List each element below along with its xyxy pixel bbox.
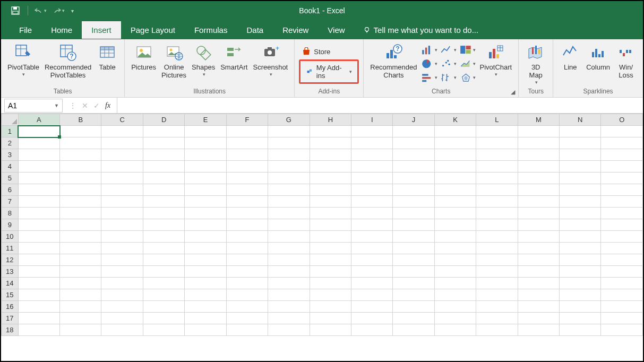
cell[interactable] [226,196,268,208]
cell[interactable] [476,137,518,149]
cell[interactable] [185,313,226,324]
cell[interactable] [268,324,310,336]
cell[interactable] [601,324,643,336]
cell[interactable] [434,301,476,313]
3d-map-button[interactable]: 3D Map ▾ [523,41,548,85]
sparkline-line-button[interactable]: Line [557,41,583,72]
cell[interactable] [560,184,601,196]
column-header[interactable]: O [601,114,643,126]
cell[interactable] [268,289,310,301]
name-box[interactable]: A1 ▼ [4,99,63,113]
cell[interactable] [310,266,351,278]
cell[interactable] [601,196,643,208]
cell[interactable] [518,126,559,137]
cell[interactable] [226,208,268,219]
tab-page-layout[interactable]: Page Layout [121,21,185,39]
redo-button[interactable]: ▾ [50,3,66,18]
cell[interactable] [393,137,434,149]
cell[interactable] [226,278,268,289]
cell[interactable] [268,231,310,243]
cell[interactable] [18,313,59,324]
treemap-chart-button[interactable]: ▾ [460,45,476,55]
cancel-formula-button[interactable]: ✕ [82,101,88,110]
cell[interactable] [518,313,559,324]
row-header[interactable]: 4 [2,161,19,173]
recommended-charts-button[interactable]: ? Recommended Charts [368,41,419,80]
cell[interactable] [268,126,310,137]
cell[interactable] [601,219,643,231]
cell[interactable] [101,184,143,196]
cell[interactable] [226,301,268,313]
row-header[interactable]: 8 [2,208,19,219]
cell[interactable] [518,184,559,196]
cell[interactable] [351,266,393,278]
cell[interactable] [185,208,226,219]
cell[interactable] [60,161,101,173]
row-header[interactable]: 9 [2,219,19,231]
cell[interactable] [310,208,351,219]
cell[interactable] [476,219,518,231]
column-header[interactable]: B [60,114,101,126]
cell[interactable] [268,149,310,161]
cell[interactable] [351,301,393,313]
cell[interactable] [101,126,143,137]
cell[interactable] [310,137,351,149]
cell[interactable] [185,324,226,336]
cell[interactable] [393,313,434,324]
cell[interactable] [351,219,393,231]
cell[interactable] [476,184,518,196]
cell[interactable] [101,231,143,243]
row-header[interactable]: 18 [2,324,19,336]
cell[interactable] [18,196,59,208]
cell[interactable] [226,243,268,254]
cell[interactable] [476,243,518,254]
cell[interactable] [434,184,476,196]
cell[interactable] [185,243,226,254]
cell[interactable] [434,243,476,254]
cell[interactable] [393,231,434,243]
row-header[interactable]: 14 [2,278,19,289]
tab-file[interactable]: File [10,21,41,39]
cell[interactable] [560,254,601,266]
cell[interactable] [351,196,393,208]
cell[interactable] [143,301,184,313]
cell[interactable] [476,324,518,336]
cell[interactable] [226,324,268,336]
cell[interactable] [60,196,101,208]
cell[interactable] [393,243,434,254]
cell[interactable] [518,137,559,149]
cell[interactable] [601,313,643,324]
cell[interactable] [268,208,310,219]
smartart-button[interactable]: SmartArt [218,41,250,72]
cell[interactable] [18,324,59,336]
cell[interactable] [476,313,518,324]
column-header[interactable]: E [185,114,226,126]
cell[interactable] [393,254,434,266]
cell[interactable] [101,313,143,324]
cell[interactable] [185,137,226,149]
cell[interactable] [601,137,643,149]
cell[interactable] [560,301,601,313]
cell[interactable] [268,173,310,184]
cell[interactable] [476,254,518,266]
row-header[interactable]: 1 [2,126,19,137]
cell[interactable] [18,184,59,196]
column-header[interactable]: K [434,114,476,126]
tell-me-search[interactable]: Tell me what you want to do... [355,25,479,35]
cell[interactable] [393,173,434,184]
cell[interactable] [185,196,226,208]
cell[interactable] [268,161,310,173]
enter-formula-button[interactable]: ✓ [93,101,100,110]
sparkline-winloss-button[interactable]: Win/ Loss [613,41,639,80]
stock-chart-button[interactable]: ▾ [441,72,457,83]
cell[interactable] [351,149,393,161]
cell[interactable] [518,161,559,173]
cell[interactable] [226,184,268,196]
cell[interactable] [518,173,559,184]
cell[interactable] [351,289,393,301]
cell[interactable] [226,126,268,137]
cell[interactable] [560,208,601,219]
cell[interactable] [434,149,476,161]
cell[interactable] [601,301,643,313]
cell[interactable] [101,278,143,289]
